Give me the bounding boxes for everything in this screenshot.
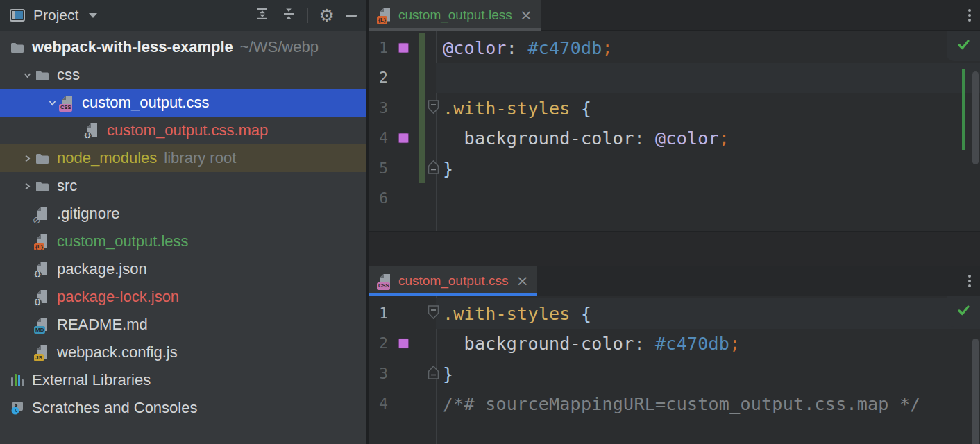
collapse-all-icon[interactable]: [281, 6, 296, 24]
code-line-5[interactable]: 5}: [369, 153, 980, 184]
chevron-right-icon[interactable]: [19, 181, 35, 191]
line-number: 5: [370, 160, 388, 177]
code-line-text[interactable]: }: [443, 158, 453, 178]
tree-item-webpack-config-js[interactable]: JSwebpack.config.js: [0, 339, 366, 366]
editor-options-kebab-icon[interactable]: [968, 9, 971, 22]
code-token: {: [581, 98, 591, 118]
code-line-4[interactable]: 4/*# sourceMappingURL=custom_output.css.…: [369, 389, 980, 420]
tree-item-secondary: library root: [164, 149, 236, 167]
tab-custom-output-less[interactable]: {L} custom_output.less ×: [369, 0, 541, 30]
tree-item-webpack-with-less-example[interactable]: webpack-with-less-example~/WS/webp: [0, 33, 366, 61]
code-line-text[interactable]: @color: #c470db;: [443, 37, 613, 58]
code-token: @color: [655, 128, 719, 148]
color-preview-swatch[interactable]: [398, 339, 409, 349]
code-token: ;: [729, 334, 740, 354]
chevron-right-icon[interactable]: [19, 153, 35, 164]
tree-item-package-lock-json[interactable]: {}package-lock.json: [0, 283, 366, 311]
code-token: :: [507, 37, 528, 58]
hide-tool-window-icon[interactable]: [346, 15, 357, 17]
fold-marker-end[interactable]: [427, 159, 440, 178]
tree-item-scratches-and-consoles[interactable]: Scratches and Consoles: [0, 394, 366, 422]
code-token: .with-styles: [443, 98, 571, 118]
close-icon[interactable]: ×: [516, 273, 528, 289]
project-toolbar-title[interactable]: Project: [33, 7, 78, 24]
code-line-2[interactable]: 2 background-color: #c470db;: [369, 329, 980, 359]
code-line-4[interactable]: 4 background-color: @color;: [369, 123, 980, 154]
code-line-6[interactable]: 6: [369, 184, 980, 214]
code-line-text[interactable]: .with-styles {: [443, 303, 591, 323]
tree-item-package-json[interactable]: {}package.json: [0, 255, 366, 283]
tree-item-gitignore[interactable]: ⊘.gitignore: [0, 200, 366, 228]
code-line-3[interactable]: 3}: [369, 359, 980, 389]
code-line-text[interactable]: background-color: @color;: [443, 128, 729, 148]
less-file-icon: {L}: [378, 8, 392, 23]
tree-item-label: README.md: [57, 316, 148, 334]
line-number: 3: [370, 100, 388, 117]
line-number: 3: [370, 366, 388, 382]
code-area-top[interactable]: 1@color: #c470db;23.with-styles {4 backg…: [369, 31, 980, 231]
inspections-widget[interactable]: [947, 296, 980, 327]
tree-item-css[interactable]: css: [0, 61, 366, 89]
fold-marker-start[interactable]: [427, 304, 440, 323]
code-line-2[interactable]: 2: [369, 63, 980, 94]
ignored-file-icon: ⊘: [35, 206, 49, 221]
tree-item-custom-output-css-map[interactable]: {}custom_output.css.map: [0, 117, 366, 144]
tab-bar-bottom: CSS custom_output.css ×: [369, 266, 980, 296]
inspections-widget[interactable]: [947, 31, 980, 61]
close-icon[interactable]: ×: [520, 8, 532, 23]
tree-item-label: Scratches and Consoles: [32, 399, 197, 417]
line-number: 4: [370, 130, 388, 146]
color-preview-swatch[interactable]: [398, 133, 409, 144]
fold-marker-start[interactable]: [427, 99, 440, 117]
tree-item-label: node_modules: [57, 149, 157, 167]
code-token: :: [634, 128, 655, 148]
line-number: 2: [370, 335, 388, 352]
code-line-1[interactable]: 1@color: #c470db;: [369, 33, 980, 63]
code-token: /*# sourceMappingURL=custom_output.css.m…: [443, 394, 921, 414]
tree-item-label: custom_output.less: [57, 232, 189, 250]
chevron-down-icon[interactable]: [19, 70, 35, 80]
fold-marker-end[interactable]: [427, 364, 440, 383]
code-token: :: [634, 334, 655, 354]
tree-item-external-libraries[interactable]: External Libraries: [0, 366, 366, 394]
color-preview-swatch[interactable]: [398, 42, 409, 53]
tree-item-label: src: [57, 177, 77, 195]
scrollbar-thumb[interactable]: [972, 339, 979, 444]
tab-custom-output-css[interactable]: CSS custom_output.css ×: [369, 266, 537, 296]
code-area-bottom[interactable]: 1.with-styles {2 background-color: #c470…: [369, 296, 980, 444]
project-tool-window-icon: [10, 9, 25, 22]
code-token: ;: [719, 128, 729, 148]
code-line-text[interactable]: /*# sourceMappingURL=custom_output.css.m…: [443, 394, 921, 414]
tree-item-custom-output-css[interactable]: CSScustom_output.css: [0, 89, 366, 117]
sourcemap-file-icon: {}: [85, 123, 99, 138]
ide-window: Project: [0, 0, 980, 444]
line-number: 1: [370, 40, 388, 56]
chevron-down-icon[interactable]: [44, 98, 60, 108]
code-token: #c470db: [527, 37, 602, 58]
tree-item-label: External Libraries: [32, 371, 151, 389]
code-line-1[interactable]: 1.with-styles {: [369, 298, 980, 329]
chevron-down-icon[interactable]: [89, 13, 97, 18]
tree-item-readme-md[interactable]: MDREADME.md: [0, 311, 366, 339]
tree-item-label: custom_output.css: [82, 94, 209, 112]
code-token: }: [443, 364, 453, 384]
editor-options-kebab-icon[interactable]: [968, 275, 971, 287]
code-line-3[interactable]: 3.with-styles {: [369, 93, 980, 123]
inspection-ok-check-icon: [957, 39, 970, 53]
expand-all-icon[interactable]: [255, 6, 270, 24]
tree-item-src[interactable]: src: [0, 172, 366, 200]
editor-horizontal-splitter[interactable]: [369, 231, 980, 266]
code-token: [571, 98, 581, 118]
folder-icon: [36, 70, 49, 80]
less-file-icon: {L}: [35, 234, 49, 249]
tree-item-custom-output-less[interactable]: {L}custom_output.less: [0, 228, 366, 255]
code-line-text[interactable]: }: [443, 364, 453, 384]
line-number: 4: [370, 395, 388, 412]
settings-gear-icon[interactable]: ⚙: [319, 7, 335, 24]
project-file-tree: webpack-with-less-example~/WS/webpcssCSS…: [0, 31, 366, 444]
tree-item-node-modules[interactable]: node_moduleslibrary root: [0, 144, 366, 172]
css-file-icon: CSS: [60, 95, 74, 110]
code-line-text[interactable]: background-color: #c470db;: [443, 334, 740, 354]
scrollbar-thumb[interactable]: [972, 71, 979, 164]
code-line-text[interactable]: .with-styles {: [443, 98, 591, 118]
